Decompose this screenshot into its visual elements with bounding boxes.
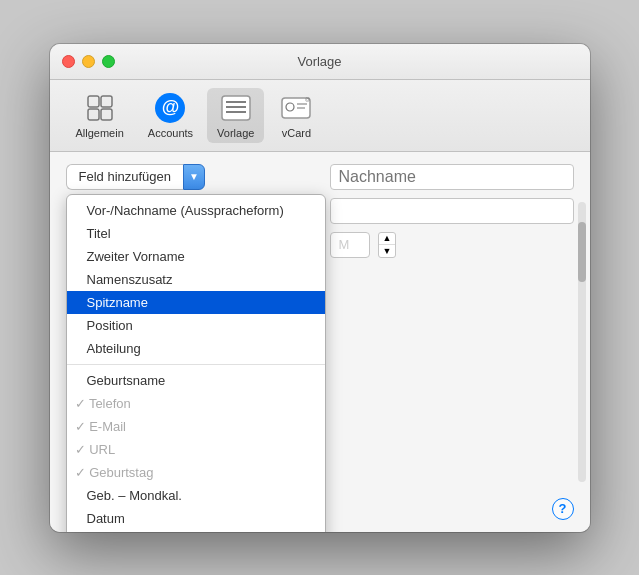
menu-item-geburtsname[interactable]: Geburtsname bbox=[67, 369, 325, 392]
menu-item-titel[interactable]: Titel bbox=[67, 222, 325, 245]
toolbar-label-vorlage: Vorlage bbox=[217, 127, 254, 139]
svg-rect-1 bbox=[101, 96, 112, 107]
toolbar-item-vorlage[interactable]: Vorlage bbox=[207, 88, 264, 143]
toolbar-item-accounts[interactable]: @ Accounts bbox=[138, 88, 203, 143]
stepper-up[interactable]: ▲ bbox=[379, 233, 396, 246]
maximize-button[interactable] bbox=[102, 55, 115, 68]
question-mark-icon: ? bbox=[559, 501, 567, 516]
stepper-input[interactable] bbox=[330, 232, 370, 258]
traffic-lights bbox=[62, 55, 115, 68]
svg-rect-2 bbox=[88, 109, 99, 120]
stepper-down[interactable]: ▼ bbox=[379, 245, 396, 257]
menu-item-abteilung[interactable]: Abteilung bbox=[67, 337, 325, 360]
toolbar-item-allgemein[interactable]: Allgemein bbox=[66, 88, 134, 143]
lines-icon bbox=[220, 92, 252, 124]
svg-rect-0 bbox=[88, 96, 99, 107]
toolbar: Allgemein @ Accounts Vorlage bbox=[50, 80, 590, 152]
add-field-label: Feld hinzufügen bbox=[79, 169, 172, 184]
toolbar-label-allgemein: Allgemein bbox=[76, 127, 124, 139]
scrollbar-thumb[interactable] bbox=[578, 222, 586, 282]
grid-icon bbox=[84, 92, 116, 124]
close-button[interactable] bbox=[62, 55, 75, 68]
menu-item-email: E-Mail bbox=[67, 415, 325, 438]
second-row bbox=[330, 198, 574, 224]
stepper-row: ▲ ▼ bbox=[330, 232, 574, 258]
chevron-down-icon: ▼ bbox=[189, 171, 199, 182]
window-title: Vorlage bbox=[297, 54, 341, 69]
toolbar-item-vcard[interactable]: @ vCard bbox=[268, 88, 324, 143]
add-field-button[interactable]: Feld hinzufügen bbox=[66, 164, 184, 190]
vcard-icon: @ bbox=[280, 92, 312, 124]
stepper-arrows[interactable]: ▲ ▼ bbox=[378, 232, 397, 258]
svg-rect-3 bbox=[101, 109, 112, 120]
menu-item-url: URL bbox=[67, 438, 325, 461]
dropdown-menu: Vor-/Nachname (Ausspracheform) Titel Zwe… bbox=[66, 194, 326, 532]
menu-divider-1 bbox=[67, 364, 325, 365]
menu-item-position[interactable]: Position bbox=[67, 314, 325, 337]
second-input[interactable] bbox=[330, 198, 574, 224]
menu-item-namenszusatz[interactable]: Namenszusatz bbox=[67, 268, 325, 291]
svg-text:@: @ bbox=[305, 96, 310, 102]
toolbar-label-vcard: vCard bbox=[282, 127, 311, 139]
menu-item-telefon: Telefon bbox=[67, 392, 325, 415]
menu-item-zweiter-vorname[interactable]: Zweiter Vorname bbox=[67, 245, 325, 268]
titlebar: Vorlage bbox=[50, 44, 590, 80]
menu-item-zugehoerige-namen[interactable]: Zugehörige Namen bbox=[67, 530, 325, 532]
menu-item-spitzname[interactable]: Spitzname bbox=[67, 291, 325, 314]
main-window: Vorlage Allgemein @ Accounts bbox=[50, 44, 590, 532]
menu-item-geburtstag: Geburtstag bbox=[67, 461, 325, 484]
scrollbar[interactable] bbox=[578, 202, 586, 482]
dropdown-row: Feld hinzufügen ▼ Vor-/Nachname (Ausspra… bbox=[66, 164, 574, 190]
menu-item-geb-mondkal[interactable]: Geb. – Mondkal. bbox=[67, 484, 325, 507]
help-button[interactable]: ? bbox=[552, 498, 574, 520]
menu-item-datum[interactable]: Datum bbox=[67, 507, 325, 530]
content-area: Feld hinzufügen ▼ Vor-/Nachname (Ausspra… bbox=[50, 152, 590, 532]
toolbar-label-accounts: Accounts bbox=[148, 127, 193, 139]
svg-rect-4 bbox=[222, 96, 250, 120]
dropdown-arrow-button[interactable]: ▼ bbox=[183, 164, 205, 190]
menu-item-vor-nachname[interactable]: Vor-/Nachname (Ausspracheform) bbox=[67, 199, 325, 222]
at-icon: @ bbox=[154, 92, 186, 124]
minimize-button[interactable] bbox=[82, 55, 95, 68]
